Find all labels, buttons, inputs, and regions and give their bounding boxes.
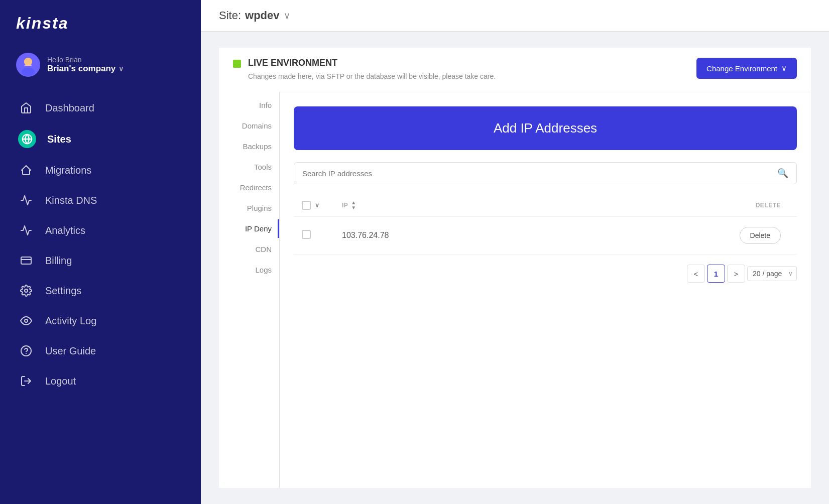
env-description: Changes made here, via SFTP or the datab… [248,71,496,82]
table-row: 103.76.24.78 Delete [294,217,797,255]
settings-icon [18,283,34,299]
company-selector[interactable]: Brian's company ∨ [47,64,124,74]
row-delete-cell: Delete [561,217,797,255]
env-title: LIVE ENVIRONMENT [248,58,496,68]
search-icon: 🔍 [777,168,788,179]
eye-icon [18,313,34,329]
main-panel: LIVE ENVIRONMENT Changes made here, via … [219,48,811,488]
user-info: Hello Brian Brian's company ∨ [47,56,124,74]
analytics-icon [18,222,34,238]
svg-rect-6 [21,257,31,264]
logout-icon [18,373,34,389]
col-header-ip: IP ▲▼ [334,194,561,217]
site-selector[interactable]: Site: wpdev ∨ [219,9,290,22]
logo-text: kinsta [16,14,68,32]
company-name: Brian's company [47,64,115,74]
logo: kinsta [0,0,201,47]
main-content: Site: wpdev ∨ LIVE ENVIRONMENT Changes m… [201,0,829,504]
environment-banner: LIVE ENVIRONMENT Changes made here, via … [219,48,811,92]
checkbox-dropdown-icon[interactable]: ∨ [315,202,320,209]
svg-point-2 [22,68,35,76]
current-page-button[interactable]: 1 [707,265,725,283]
sidebar: kinsta Hello Brian Brian's company ∨ [0,0,201,504]
site-name: wpdev [245,9,279,22]
sidebar-item-label: Analytics [45,225,85,236]
chevron-down-icon: ∨ [781,64,787,73]
sub-nav-info[interactable]: Info [219,96,279,114]
site-label: Site: [219,9,241,22]
greeting: Hello Brian [47,56,124,64]
env-info: LIVE ENVIRONMENT Changes made here, via … [248,58,496,82]
migrations-icon [18,162,34,178]
row-checkbox-cell [294,217,334,255]
per-page-select[interactable]: 20 / page [747,266,797,281]
sidebar-item-label: Sites [47,134,71,145]
sub-nav-plugins[interactable]: Plugins [219,199,279,217]
sidebar-item-label: User Guide [45,345,96,357]
ip-deny-panel: Add IP Addresses 🔍 [280,92,811,488]
billing-icon [18,253,34,269]
topbar: Site: wpdev ∨ [201,0,829,32]
company-chevron-icon: ∨ [119,65,124,73]
per-page-wrapper: 20 / page [747,266,797,281]
col-header-delete: DELETE [561,194,797,217]
sites-icon [18,130,36,148]
svg-point-9 [25,319,28,322]
sidebar-item-label: Dashboard [45,102,94,114]
sub-nav-cdn[interactable]: CDN [219,240,279,259]
table-body: 103.76.24.78 Delete [294,217,797,255]
delete-button[interactable]: Delete [740,227,781,244]
sidebar-item-label: Billing [45,255,72,267]
sub-nav-redirects[interactable]: Redirects [219,178,279,197]
sidebar-item-dashboard[interactable]: Dashboard [0,93,201,123]
avatar [16,53,40,77]
sidebar-item-billing[interactable]: Billing [0,245,201,276]
ip-table: ∨ IP ▲▼ [294,194,797,255]
env-left: LIVE ENVIRONMENT Changes made here, via … [233,58,496,82]
ip-sort-icon[interactable]: ▲▼ [351,200,356,210]
sidebar-item-kinsta-dns[interactable]: Kinsta DNS [0,185,201,215]
sub-navigation: Info Domains Backups Tools Redirects Plu… [219,92,279,488]
next-page-button[interactable]: > [727,265,745,283]
sub-nav-tools[interactable]: Tools [219,158,279,176]
sidebar-item-migrations[interactable]: Migrations [0,155,201,185]
home-icon [18,100,34,116]
site-chevron-icon: ∨ [284,10,290,21]
user-section: Hello Brian Brian's company ∨ [0,47,201,89]
table-header: ∨ IP ▲▼ [294,194,797,217]
select-all-checkbox[interactable] [302,201,311,210]
change-environment-button[interactable]: Change Environment ∨ [696,58,797,79]
main-nav: Dashboard Sites Migrations [0,89,201,400]
sidebar-item-activity-log[interactable]: Activity Log [0,306,201,336]
ip-address: 103.76.24.78 [342,231,389,239]
sidebar-item-user-guide[interactable]: User Guide [0,336,201,366]
row-ip-cell: 103.76.24.78 [334,217,561,255]
sidebar-item-settings[interactable]: Settings [0,276,201,306]
sidebar-item-label: Activity Log [45,315,96,327]
sub-nav-ip-deny[interactable]: IP Deny [219,219,279,238]
sidebar-item-analytics[interactable]: Analytics [0,215,201,245]
prev-page-button[interactable]: < [687,265,705,283]
sub-nav-logs[interactable]: Logs [219,261,279,279]
pagination: < 1 > 20 / page [294,265,797,283]
help-icon [18,343,34,359]
row-checkbox[interactable] [302,230,311,239]
sidebar-item-logout[interactable]: Logout [0,366,201,396]
col-header-checkbox: ∨ [294,194,334,217]
add-ip-addresses-button[interactable]: Add IP Addresses [294,106,797,150]
search-bar: 🔍 [294,162,797,184]
sub-content: Info Domains Backups Tools Redirects Plu… [219,92,811,488]
sidebar-item-label: Kinsta DNS [45,195,97,206]
sub-nav-backups[interactable]: Backups [219,137,279,156]
search-input[interactable] [302,169,777,178]
sub-nav-domains[interactable]: Domains [219,116,279,135]
content-area: LIVE ENVIRONMENT Changes made here, via … [201,32,829,504]
sidebar-item-label: Migrations [45,165,91,176]
sidebar-item-label: Settings [45,285,81,297]
sidebar-item-label: Logout [45,375,76,387]
env-status-dot [233,60,241,68]
dns-icon [18,192,34,208]
sidebar-item-sites[interactable]: Sites [0,123,201,155]
svg-point-8 [25,289,28,292]
